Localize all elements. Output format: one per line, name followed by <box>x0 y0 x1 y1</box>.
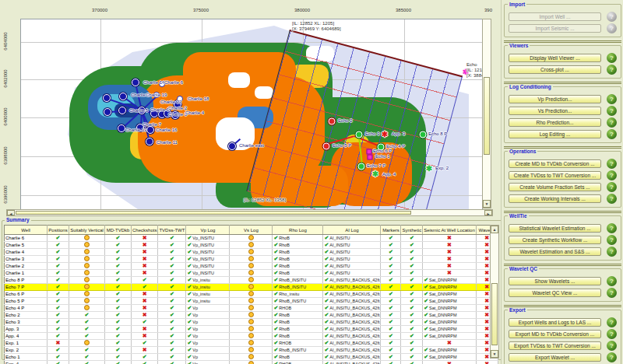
well-marker-blue[interactable] <box>228 142 236 150</box>
table-row[interactable]: App. 3✔✔✔✖✔✔Vp✔RhoB✔AI_INSITU_BACKUS_42f… <box>5 326 498 333</box>
table-row[interactable]: App. 4✔✔✔✖✔✔Vp✔RhoB✔AI_INSITU_BACKUS_42f… <box>5 333 498 340</box>
well-name-cell[interactable]: Charlie 3 <box>5 256 48 263</box>
well-marker-magenta[interactable] <box>367 149 372 155</box>
help-icon[interactable]: ? <box>607 170 617 180</box>
column-header[interactable]: Vs Log <box>230 226 273 235</box>
help-icon[interactable]: ? <box>607 117 617 128</box>
table-row[interactable]: Exp. 4✔✔✔✔✔✔Vp✔RHOB✔AI_INSITU_BACKUS_42f… <box>5 361 498 364</box>
column-header[interactable]: Rho Log <box>273 226 323 235</box>
well-name-cell[interactable]: Charlie 2 <box>5 263 48 270</box>
table-row[interactable]: Charlie 5✔✔✖✔✔Vp_INSITU✔RhoB✔AI_INSITU✔✔… <box>5 242 498 249</box>
scrollbar-thumb[interactable] <box>491 283 498 345</box>
create-md-to-tvdkb-conversion-button[interactable]: Create MD to TVDkb Conversion ... <box>509 159 601 168</box>
well-name-cell[interactable]: Echo 8 P <box>5 277 48 284</box>
well-marker-blue[interactable] <box>118 107 126 114</box>
well-marker-red[interactable] <box>329 118 336 125</box>
column-header[interactable]: Checkshots <box>132 226 158 235</box>
table-row[interactable]: Charlie 3✔✔✖✔✔Vp_INSITU✔RhoB✔AI_INSITU✔✔… <box>5 256 498 263</box>
scroll-right-icon[interactable]: ► <box>484 210 492 215</box>
rho-prediction-button[interactable]: Rho Prediction... <box>509 118 601 127</box>
log-editing-button[interactable]: Log Editing ... <box>509 130 601 138</box>
well-name-cell[interactable]: Echo 6 P <box>5 291 48 298</box>
table-row[interactable]: Charlie 6✔✔✖✔✔Vp_INSITU✔RhoB✔AI_INSITU✔✔… <box>5 235 498 242</box>
help-icon[interactable]: ? <box>607 129 617 139</box>
scroll-left-icon[interactable]: ◄ <box>7 210 15 215</box>
export-md-to-tvdkb-conversion-button[interactable]: Export MD to TVDkb Conversion ... <box>509 330 601 338</box>
help-icon[interactable]: ? <box>607 317 617 327</box>
column-header[interactable]: Positions <box>48 226 69 235</box>
column-header[interactable]: Synthetic <box>401 226 423 235</box>
well-marker-star-green[interactable]: ✱ <box>426 165 432 173</box>
well-marker-star-green[interactable]: ✱ <box>372 170 378 178</box>
well-name-cell[interactable]: Exp. 1 <box>5 340 48 347</box>
well-name-cell[interactable]: Echo 3 <box>5 319 48 326</box>
well-marker-blue[interactable] <box>132 79 139 86</box>
scroll-up-icon[interactable]: ▲ <box>491 226 498 233</box>
table-row[interactable]: Exp. 2✔✔✔✖✔✔Vp✔RhoB_INSITU✔AI_INSITU_BAC… <box>5 347 498 354</box>
table-vertical-scrollbar[interactable]: ▲ ▼ <box>490 225 499 359</box>
well-marker-blue[interactable] <box>146 138 153 145</box>
well-marker-blue[interactable] <box>119 93 127 100</box>
table-row[interactable]: Echo 1✔✔✔✔✔✔Vp✔RhoB✔AI_INSITU_BACKUS_42f… <box>5 354 498 361</box>
table-row[interactable]: Echo 5 P✔✔✖✔✔Vp_insitu✔RhoB_INSITU✔AI_IN… <box>5 298 498 305</box>
table-row[interactable]: Echo 8 P✔✔✔✔✔Vp_insitu✔RhoB_INSITU✔AI_IN… <box>5 277 498 284</box>
create-synthetic-workflow-button[interactable]: Create Synthetic Workflow ... <box>509 236 601 244</box>
table-row[interactable]: Charlie 4✔✔✖✔✔Vp_INSITU✔RhoB✔AI_INSITU✔✔… <box>5 249 498 256</box>
base-map-view[interactable]: [IL: 12852 XL: 1205] [X: 379469 Y: 64046… <box>20 19 483 210</box>
help-icon[interactable]: ? <box>607 341 617 351</box>
column-header[interactable]: AI Log <box>323 226 381 235</box>
well-name-cell[interactable]: Echo 5 P <box>5 298 48 305</box>
well-marker-green[interactable] <box>420 131 427 138</box>
help-icon[interactable]: ? <box>607 329 617 339</box>
table-row[interactable]: Exp. 1✖✔✔✔✔Vp✔RHOB✔AI_INSITU_BACKUS_42ft… <box>5 340 498 347</box>
scroll-down-icon[interactable]: ▼ <box>491 350 498 358</box>
table-row[interactable]: Echo 6 P✔✔✖✔✔Vp_insitu✔Rho_insitu✔AI_INS… <box>5 291 498 298</box>
well-name-cell[interactable]: Exp. 2 <box>5 347 48 354</box>
well-name-cell[interactable]: Echo 2 <box>5 312 48 319</box>
well-name-cell[interactable]: Echo 1 <box>5 354 48 361</box>
wavelet-estimation-and-s-s-button[interactable]: Wavelet Estimation and S&S ... <box>509 247 601 256</box>
table-row[interactable]: Echo 7 P✔✔✔✔✔Vp_insitu✔RhoB_INSITU✔AI_IN… <box>5 284 498 291</box>
well-name-cell[interactable]: Exp. 4 <box>5 361 48 364</box>
well-marker-star-red[interactable]: ✱ <box>382 131 388 138</box>
table-row[interactable]: Charlie 2✔✔✖✔✔Vp_INSITU✔RhoB✔AI_INSITU✔✔… <box>5 263 498 270</box>
map-vertical-scrollbar[interactable]: ▼ <box>482 19 491 208</box>
well-name-cell[interactable]: Charlie 6 <box>5 235 48 242</box>
help-icon[interactable]: ? <box>607 276 617 286</box>
well-marker-red[interactable] <box>323 143 330 150</box>
well-name-cell[interactable]: App. 3 <box>5 326 48 333</box>
well-name-cell[interactable]: Charlie 4 <box>5 249 48 256</box>
statistical-wavelet-estimation-button[interactable]: Statistical Wavelet Estimation ... <box>509 224 601 233</box>
scrollbar-thumb[interactable] <box>484 77 490 155</box>
cross-plot-button[interactable]: Cross-plot ... <box>509 65 601 74</box>
column-header[interactable]: MD-TVDkb <box>105 226 132 235</box>
help-icon[interactable]: ? <box>607 106 617 116</box>
help-icon[interactable]: ? <box>607 235 617 245</box>
create-working-intervals-button[interactable]: Create Working Intervals ... <box>509 194 601 203</box>
help-icon[interactable]: ? <box>607 352 617 362</box>
table-row[interactable]: Echo 3✔✔✔✔✔✔Vp✔RhoB✔AI_INSITU_BACKUS_42f… <box>5 319 498 326</box>
column-header[interactable]: TVDss-TWT <box>158 226 186 235</box>
help-icon[interactable]: ? <box>607 53 617 63</box>
well-name-cell[interactable]: Echo 4 P <box>5 305 48 312</box>
help-icon[interactable]: ? <box>607 94 617 104</box>
scrollbar-thumb[interactable] <box>16 211 411 215</box>
help-icon[interactable]: ? <box>607 182 617 192</box>
well-summary-table[interactable]: WellPositionsSuitably VerticalMD-TVDkbCh… <box>4 225 498 364</box>
help-icon[interactable]: ? <box>607 159 617 169</box>
well-name-cell[interactable]: Charlie 5 <box>5 242 48 249</box>
well-marker-blue[interactable] <box>103 94 111 102</box>
well-marker-magenta[interactable] <box>368 155 373 160</box>
vp-prediction-button[interactable]: Vp Prediction... <box>509 95 601 103</box>
table-row[interactable]: Echo 2✔✔✔✖✔✔Vp✔RhoB✔AI_INSITU_BACKUS_42f… <box>5 312 498 319</box>
help-icon[interactable]: ? <box>607 65 617 75</box>
well-marker-blue[interactable] <box>118 124 125 132</box>
help-icon[interactable]: ? <box>607 247 617 257</box>
display-well-viewer-button[interactable]: Display Well Viewer ... <box>509 54 601 62</box>
show-wavelets-button[interactable]: Show Wavelets ... <box>509 277 601 285</box>
create-volume-fraction-sets-button[interactable]: Create Volume Fraction Sets ... <box>509 183 601 191</box>
well-marker-green[interactable] <box>356 131 363 138</box>
column-header[interactable]: Well <box>5 226 48 235</box>
column-header[interactable]: Suitably Vertical <box>69 226 105 235</box>
column-header[interactable]: Markers <box>381 226 401 235</box>
